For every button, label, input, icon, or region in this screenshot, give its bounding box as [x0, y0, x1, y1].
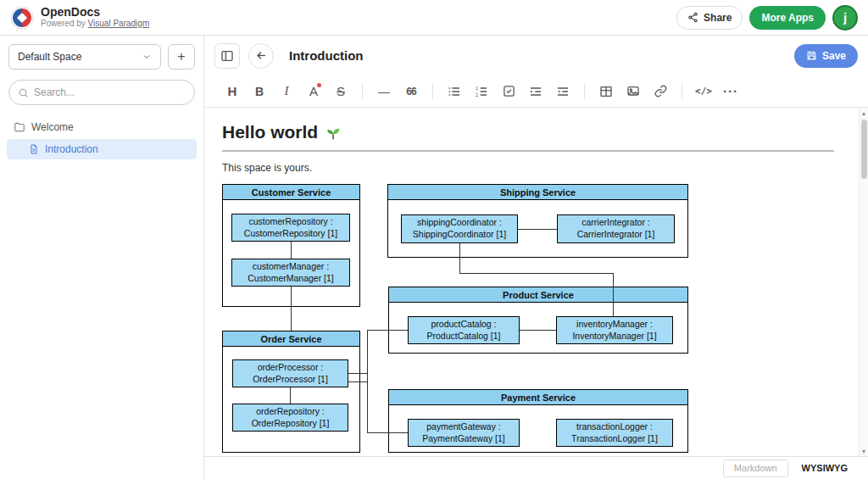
toolbar-separator	[584, 84, 585, 99]
doc-paragraph: This space is yours.	[222, 162, 834, 174]
brand: OpenDocs Powered by Visual Paradigm	[10, 6, 149, 30]
node-payment-gateway[interactable]: paymentGateway :PaymentGateway [1]	[408, 419, 520, 447]
node-carrier-integrator[interactable]: carrierIntegrator :CarrierIntegrator [1]	[557, 214, 675, 243]
connector-line	[367, 330, 368, 432]
visual-paradigm-link[interactable]: Visual Paradigm	[88, 19, 150, 28]
table-icon	[599, 85, 613, 98]
horizontal-rule-button[interactable]: —	[371, 80, 397, 103]
heading-button[interactable]: H	[220, 80, 245, 103]
toolbar-separator	[682, 84, 682, 99]
indent-button[interactable]	[523, 80, 548, 103]
node-order-repository[interactable]: orderRepository :OrderRepository [1]	[232, 404, 348, 432]
avatar[interactable]: j	[832, 5, 858, 31]
wysiwyg-mode-button[interactable]: WYSIWYG	[793, 460, 856, 477]
tree-page-introduction[interactable]: Introduction	[7, 139, 197, 159]
bullet-list-button[interactable]	[442, 80, 467, 103]
code-button[interactable]: </>	[691, 80, 716, 103]
app-name: OpenDocs	[41, 6, 149, 19]
more-options-button[interactable]: ···	[718, 80, 743, 103]
indent-icon	[529, 85, 542, 98]
connector-line	[348, 382, 367, 382]
doc-heading: Hello world	[222, 121, 834, 143]
connector-line	[518, 229, 557, 230]
more-apps-button[interactable]: More Apps	[749, 6, 826, 30]
powered-by: Powered by Visual Paradigm	[41, 19, 149, 29]
sidebar-panel-icon	[220, 49, 234, 63]
image-icon	[626, 85, 640, 98]
toggle-sidebar-button[interactable]	[214, 43, 240, 69]
package-title: Product Service	[389, 287, 687, 303]
check-list-button[interactable]	[496, 80, 521, 103]
tree-folder-welcome[interactable]: Welcome	[0, 117, 203, 137]
scrollbar-thumb[interactable]	[861, 120, 867, 179]
link-icon	[654, 85, 667, 97]
blockquote-button[interactable]: 66	[398, 80, 424, 103]
italic-button[interactable]: I	[274, 80, 299, 103]
connector-line	[367, 330, 408, 331]
font-color-dot	[317, 83, 321, 87]
node-transaction-logger[interactable]: transactionLogger :TransactionLogger [1]	[556, 419, 673, 447]
connector-line	[520, 330, 556, 331]
top-bar: OpenDocs Powered by Visual Paradigm Shar…	[0, 0, 868, 36]
search-box[interactable]	[8, 80, 195, 105]
node-shipping-coordinator[interactable]: shippingCoordinator :ShippingCoordinator…	[401, 214, 518, 243]
node-customer-manager[interactable]: customerManager :CustomerManager [1]	[231, 259, 350, 287]
outdent-button[interactable]	[550, 80, 576, 103]
chevron-down-icon	[142, 52, 152, 62]
bold-button[interactable]: B	[247, 80, 272, 103]
opendocs-logo	[10, 6, 34, 30]
toolbar-separator	[432, 84, 433, 99]
back-button[interactable]	[248, 43, 274, 69]
search-input[interactable]	[34, 86, 186, 98]
link-button[interactable]	[648, 80, 673, 103]
connector-line	[291, 242, 292, 259]
share-button[interactable]: Share	[676, 6, 743, 30]
connector-line	[290, 387, 291, 404]
formatting-toolbar: H B I A S — 66 1 2	[204, 75, 868, 108]
image-button[interactable]	[620, 80, 646, 103]
editor-mode-bar: Markdown WYSIWYG	[204, 456, 868, 479]
heading-divider	[222, 150, 834, 152]
space-selector[interactable]: Default Space	[8, 44, 161, 70]
strikethrough-button[interactable]: S	[328, 80, 353, 103]
outdent-icon	[556, 85, 570, 98]
seedling-icon	[325, 124, 342, 141]
vertical-scrollbar[interactable]: ▲ ▼	[859, 108, 868, 456]
node-customer-repository[interactable]: customerRepository :CustomerRepository […	[231, 214, 350, 242]
document-icon	[29, 144, 39, 154]
table-button[interactable]	[593, 80, 619, 103]
search-icon	[18, 87, 29, 98]
document-canvas[interactable]: Hello world This space is yours. Custome…	[204, 108, 868, 456]
connector-line	[613, 273, 614, 316]
sidebar: Default Space + Welc	[0, 36, 204, 479]
check-list-icon	[503, 85, 515, 97]
package-title: Payment Service	[389, 390, 687, 405]
save-button[interactable]: Save	[794, 44, 858, 68]
scroll-up-arrow[interactable]: ▲	[860, 108, 868, 118]
node-inventory-manager[interactable]: inventoryManager :InventoryManager [1]	[556, 316, 673, 344]
connector-line	[459, 243, 460, 273]
bullet-list-icon	[448, 85, 461, 98]
share-icon	[687, 12, 698, 23]
uml-diagram[interactable]: Customer Service Shipping Service Produc…	[222, 181, 690, 454]
arrow-left-icon	[255, 49, 268, 62]
connector-line	[348, 373, 367, 374]
node-order-processor[interactable]: orderProcessor :OrderProcessor [1]	[232, 359, 348, 387]
node-product-catalog[interactable]: productCatalog :ProductCatalog [1]	[408, 316, 520, 344]
numbered-list-button[interactable]: 1 2	[469, 80, 494, 103]
markdown-mode-button[interactable]: Markdown	[723, 460, 788, 477]
connector-line	[459, 273, 613, 274]
package-order-service: Order Service	[222, 331, 360, 453]
folder-icon	[14, 121, 25, 133]
connector-line	[291, 287, 292, 331]
font-color-button[interactable]: A	[301, 80, 326, 103]
toolbar-separator	[362, 84, 363, 99]
doc-header: Introduction Save	[204, 36, 868, 75]
scroll-down-arrow[interactable]: ▼	[860, 446, 868, 456]
package-title: Order Service	[223, 331, 359, 347]
package-title: Customer Service	[223, 185, 359, 200]
add-space-button[interactable]: +	[168, 44, 195, 70]
page-title: Introduction	[289, 48, 363, 63]
connector-line	[367, 432, 408, 433]
package-title: Shipping Service	[388, 185, 687, 200]
